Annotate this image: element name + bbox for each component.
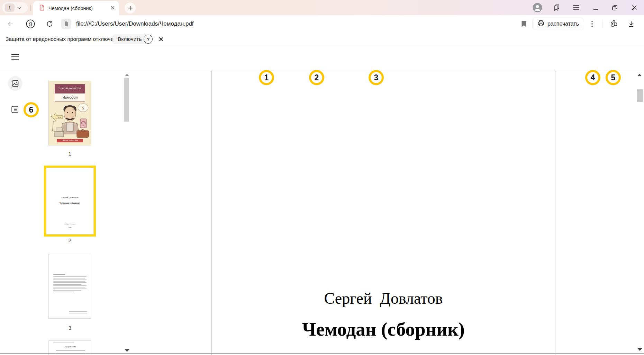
notification-close-icon[interactable] (157, 37, 164, 42)
thumb2-year: 1986 (46, 227, 94, 228)
cover-illustration: $ U.S.A. (48, 102, 91, 140)
tab-separator (30, 5, 31, 11)
help-icon[interactable]: ? (144, 35, 153, 44)
contents-view-icon[interactable] (11, 105, 19, 114)
cover-series-band: АЗБУКА-КЛАССИКА (57, 139, 83, 142)
thumb2-title: Чемодан (сборник) (46, 202, 94, 204)
pdf-file-icon (39, 5, 45, 12)
thumb2-author: Сергей Довлатов (46, 196, 94, 198)
thumb-scrollbar-thumb[interactable] (124, 78, 129, 122)
tab-title: Чемодан (сборник) (48, 6, 107, 11)
annotation-1: 1 (259, 70, 274, 85)
bookmark-icon[interactable] (517, 21, 531, 27)
reload-icon[interactable] (40, 20, 59, 28)
close-window-button[interactable] (625, 0, 644, 15)
cover-title-text: Чемодан (62, 95, 78, 100)
address-bar: Я file:///C:/Users/User/Downloads/Чемода… (0, 15, 644, 33)
sidebar-menu-icon[interactable] (10, 54, 20, 60)
password-manager-icon[interactable] (606, 20, 622, 28)
main-scroll-down-arrow[interactable] (637, 348, 642, 351)
thumbnail-page-3[interactable] (48, 254, 91, 319)
browser-menu-icon[interactable] (566, 0, 586, 15)
tab-group-count: 1 (5, 3, 15, 12)
thumbnail-page-2-selected[interactable]: Сергей Довлатов Чемодан (сборник) «Азбук… (44, 166, 96, 237)
page-actions-dots-icon[interactable] (586, 21, 599, 27)
thumbnails-view-icon[interactable] (8, 76, 22, 91)
thumb2-publisher: «Азбука-Аттикус» (46, 223, 94, 225)
chevron-down-icon (17, 5, 21, 11)
cover-author-band: СЕРГЕЙ ДОВЛАТОВ (55, 84, 85, 93)
svg-text:$: $ (82, 106, 84, 110)
tab-bar: 1 Чемодан (сборник) (0, 0, 644, 15)
profile-avatar[interactable] (528, 0, 547, 15)
pdf-page-2: Сергей Довлатов Чемодан (сборник) (211, 71, 555, 355)
pdf-toolbar: Чемодан (сборник) 2 / 21 100% (0, 46, 644, 70)
notification-message: Защита от вредоносных программ отключена (6, 36, 119, 42)
security-notification-bar: Защита от вредоносных программ отключена… (0, 33, 644, 46)
main-scroll-up-arrow[interactable] (637, 74, 642, 76)
annotation-4: 4 (585, 70, 600, 85)
print-button[interactable]: распечатать (532, 18, 584, 30)
downloads-icon[interactable] (623, 20, 639, 28)
thumb4-heading: Содержание (48, 346, 91, 348)
browser-window: 1 Чемодан (сборник) (0, 0, 644, 355)
thumb4-toc-lines (56, 350, 85, 355)
new-tab-button[interactable] (125, 2, 136, 14)
thumbnail-page-4[interactable]: Содержание (48, 340, 91, 355)
window-bottom-edge (0, 353, 644, 354)
thumb-scroll-up-arrow[interactable] (125, 74, 129, 76)
yandex-icon[interactable]: Я (21, 19, 40, 28)
document-author: Сергей Довлатов (212, 289, 555, 308)
tab-active[interactable]: Чемодан (сборник) (33, 1, 119, 15)
collections-icon[interactable] (547, 0, 566, 15)
thumbnail-3-number: 3 (48, 325, 91, 331)
toolbar-separator (602, 20, 602, 28)
document-title: Чемодан (сборник) (212, 318, 555, 340)
page-file-icon[interactable] (61, 19, 71, 29)
printer-icon (537, 20, 544, 28)
annotation-3: 3 (369, 70, 384, 85)
annotation-2: 2 (309, 70, 324, 85)
thumb3-text-lines (53, 274, 87, 293)
thumb-scroll-down-arrow[interactable] (125, 349, 129, 352)
cover-title-box: Чемодан (55, 93, 85, 101)
tab-group-selector[interactable]: 1 (2, 2, 28, 13)
url-text[interactable]: file:///C:/Users/User/Downloads/Чемодан.… (76, 20, 194, 27)
enable-protection-button[interactable]: Включить (112, 34, 147, 44)
thumbnail-1-number: 1 (48, 151, 91, 157)
thumbnail-page-1[interactable]: СЕРГЕЙ ДОВЛАТОВ Чемодан $ U.S.A. (48, 81, 91, 145)
annotation-5: 5 (606, 70, 621, 85)
annotation-6: 6 (24, 102, 39, 117)
print-button-label: распечатать (547, 21, 579, 27)
thumb3-copyright-lines (69, 311, 87, 314)
thumbnail-2-number: 2 (48, 237, 91, 243)
minimize-button[interactable] (586, 0, 605, 15)
svg-text:U.S.A.: U.S.A. (56, 116, 61, 118)
pdf-content-area: СЕРГЕЙ ДОВЛАТОВ Чемодан $ U.S.A. (0, 70, 644, 355)
main-scrollbar-thumb[interactable] (637, 89, 643, 102)
cover-author-text: СЕРГЕЙ ДОВЛАТОВ (56, 87, 84, 90)
svg-text:Я: Я (29, 21, 32, 27)
back-icon[interactable] (0, 20, 21, 27)
restore-button[interactable] (605, 0, 625, 15)
tab-close-icon[interactable] (110, 5, 115, 11)
